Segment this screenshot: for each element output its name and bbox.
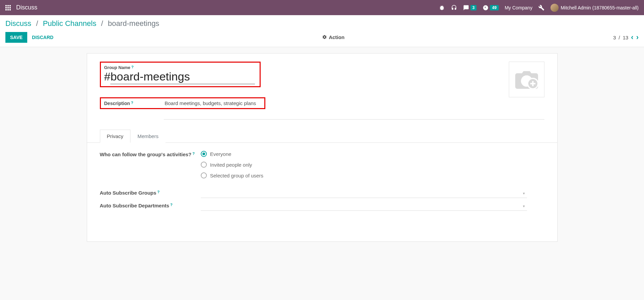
- gear-icon: [322, 35, 327, 39]
- breadcrumb-section[interactable]: Public Channels: [43, 19, 96, 28]
- privacy-radio-group: Everyone Invited people only Selected gr…: [201, 151, 263, 178]
- debug-icon[interactable]: [439, 5, 445, 11]
- control-panel: Discuss / Public Channels / board-meetin…: [0, 15, 644, 47]
- action-dropdown[interactable]: Action: [322, 34, 345, 40]
- channel-image-upload[interactable]: [509, 62, 544, 97]
- tools-icon[interactable]: [538, 5, 544, 11]
- auto-subscribe-departments-select[interactable]: [201, 202, 527, 211]
- pager-prev-icon[interactable]: ‹: [631, 33, 633, 42]
- camera-plus-icon: [514, 69, 539, 90]
- breadcrumb-current: board-meetings: [108, 19, 159, 28]
- support-icon[interactable]: [451, 5, 457, 11]
- tab-members[interactable]: Members: [130, 130, 166, 143]
- navbar: Discuss 3 49 My Company Mitchell Admin (…: [0, 0, 644, 15]
- pager-next-icon[interactable]: ›: [636, 33, 639, 42]
- help-icon[interactable]: ?: [170, 203, 173, 207]
- group-name-input[interactable]: [110, 70, 255, 84]
- auto-subscribe-groups-label: Auto Subscribe Groups ?: [100, 189, 201, 196]
- auto-subscribe-departments-label: Auto Subscribe Departments ?: [100, 202, 201, 208]
- company-selector[interactable]: My Company: [505, 5, 532, 10]
- app-title[interactable]: Discuss: [16, 4, 37, 11]
- tabs: Privacy Members: [100, 130, 544, 143]
- save-button[interactable]: SAVE: [5, 32, 27, 43]
- help-icon[interactable]: ?: [192, 152, 195, 156]
- apps-icon[interactable]: [5, 5, 11, 10]
- description-section: Description ? Board meetings, budgets, s…: [100, 97, 265, 109]
- discard-button[interactable]: DISCARD: [32, 35, 53, 40]
- activities-icon[interactable]: 49: [483, 5, 498, 11]
- group-name-section: Group Name ? #: [100, 62, 261, 87]
- who-follow-label: Who can follow the group's activities? ?: [100, 151, 201, 157]
- help-icon[interactable]: ?: [131, 65, 134, 69]
- group-name-label: Group Name ?: [104, 65, 134, 70]
- radio-group-users[interactable]: Selected group of users: [201, 172, 263, 178]
- help-icon[interactable]: ?: [157, 190, 160, 194]
- radio-everyone[interactable]: Everyone: [201, 151, 263, 157]
- tab-content-privacy: Who can follow the group's activities? ?…: [87, 142, 557, 211]
- pager-total: 13: [623, 35, 629, 40]
- description-label: Description ?: [104, 101, 165, 106]
- radio-invited[interactable]: Invited people only: [201, 162, 263, 168]
- radio-icon: [201, 172, 207, 178]
- description-value[interactable]: Board meetings, budgets, strategic plans: [165, 100, 256, 106]
- auto-subscribe-groups-select[interactable]: [201, 189, 527, 198]
- hash-prefix: #: [104, 70, 111, 83]
- breadcrumb-root[interactable]: Discuss: [5, 19, 31, 28]
- radio-icon: [201, 151, 207, 157]
- messages-icon[interactable]: 3: [463, 5, 477, 11]
- help-icon[interactable]: ?: [131, 101, 134, 105]
- form-sheet: Group Name ? # Description ? Board meeti…: [87, 53, 558, 242]
- user-menu[interactable]: Mitchell Admin (18780655-master-all): [551, 4, 639, 12]
- radio-icon: [201, 162, 207, 168]
- avatar: [551, 4, 559, 12]
- breadcrumb: Discuss / Public Channels / board-meetin…: [5, 19, 159, 28]
- tab-privacy[interactable]: Privacy: [100, 130, 130, 143]
- messages-badge: 3: [470, 5, 477, 10]
- activities-badge: 49: [490, 5, 498, 10]
- pager-current: 3: [613, 35, 616, 40]
- pager: 3 / 13 ‹ ›: [613, 33, 639, 42]
